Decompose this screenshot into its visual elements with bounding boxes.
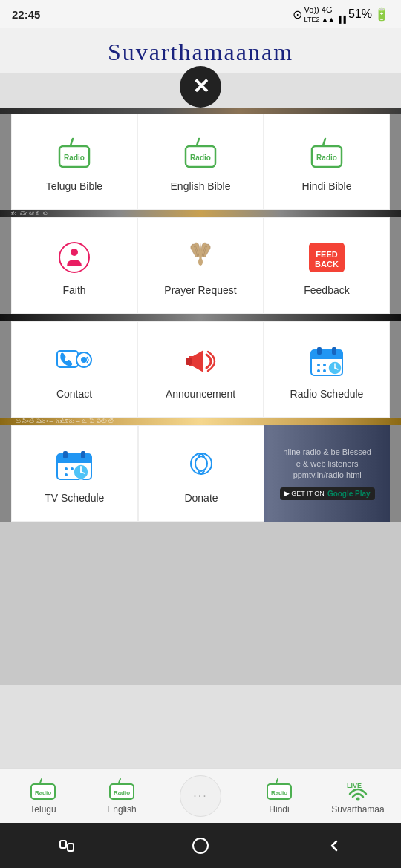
menu-item-hindi-bible[interactable]: Radio Hindi Bible [264,114,390,210]
nav-label-suvarthamaa: Suvarthamaa [331,804,384,815]
svg-point-17 [81,357,87,363]
status-bar: 22:45 ⊙ Vo)) 4GLTE2 ▲▲ ▐▐ 51% 🔋 [0,0,401,28]
menu-label-faith: Faith [62,284,85,296]
nav-radio-english: Radio [108,777,135,801]
menu-item-english-bible[interactable]: Radio English Bible [137,114,264,210]
svg-rect-35 [57,460,91,463]
bottom-area [0,522,401,685]
menu-item-feedback[interactable]: FEED BACK Feedback [264,217,390,314]
menu-label-contact: Contact [56,388,92,400]
tv-schedule-icon [55,446,94,484]
menu-label-telugu-bible: Telugu Bible [46,180,102,192]
nav-item-english[interactable]: Radio English [82,774,161,818]
donate-icon [182,446,221,484]
menu-item-radio-schedule[interactable]: Radio Schedule [264,321,390,418]
svg-point-10 [71,249,78,256]
nav-dots-icon: ··· [193,789,207,803]
recents-icon [58,837,76,855]
menu-item-donate[interactable]: Donate [138,425,265,522]
nav-item-hindi[interactable]: Radio Hindi [240,774,319,818]
svg-rect-57 [68,844,74,851]
svg-point-11 [198,258,203,266]
svg-point-38 [65,467,68,470]
time-display: 22:45 [12,8,40,21]
radio-icon-telugu: Radio [55,134,94,173]
signal-icon: Vo)) 4GLTE2 ▲▲ ▐▐ [304,5,346,23]
svg-text:LIVE: LIVE [347,782,362,789]
contact-icon [55,342,94,381]
close-button-wrapper: ✕ [0,73,401,108]
svg-point-24 [317,364,320,366]
nav-label-hindi: Hindi [269,804,289,815]
battery-icon: 51% [348,7,372,21]
menu-item-telugu-bible[interactable]: Radio Telugu Bible [11,114,137,210]
svg-rect-22 [317,347,322,355]
svg-point-39 [71,467,74,470]
svg-text:BACK: BACK [315,260,339,269]
radio-schedule-icon [307,342,346,381]
close-button[interactable]: ✕ [180,66,221,108]
svg-rect-36 [63,451,68,458]
wifi-icon: ⊙ [293,7,302,22]
menu-label-announcement: Announcement [166,388,235,400]
home-icon [192,837,209,855]
svg-rect-56 [60,841,66,848]
nav-label-english: English [107,804,136,815]
menu-label-radio-schedule: Radio Schedule [290,388,364,400]
svg-rect-23 [332,347,336,355]
radio-icon-english: Radio [181,134,220,173]
menu-label-tv-schedule: TV Schedule [45,492,104,504]
nav-radio-telugu: Radio [30,777,56,801]
nav-label-telugu: Telugu [30,804,56,815]
content-area: Radio Telugu Bible Radio English Bible [0,108,401,522]
svg-point-55 [356,798,360,801]
battery-indicator: 🔋 [374,7,389,22]
svg-point-25 [323,364,326,366]
svg-point-29 [323,369,326,372]
nav-more-button[interactable]: ··· [180,775,221,817]
menu-label-feedback: Feedback [304,284,349,296]
bottom-nav: Radio Telugu Radio English ··· Radio Hin… [0,768,401,823]
app-title: Suvarthamaanam [0,39,401,66]
close-icon: ✕ [192,76,209,97]
menu-item-prayer-request[interactable]: Prayer Request [137,217,264,314]
menu-item-faith[interactable]: Faith [11,217,137,314]
nav-center: ··· [161,775,240,817]
menu-label-donate: Donate [184,492,218,504]
svg-point-40 [65,473,68,476]
back-icon [325,837,343,855]
prayer-icon [181,238,220,277]
radio-icon-hindi: Radio [307,134,346,173]
svg-point-9 [59,243,89,272]
svg-text:FEED: FEED [316,250,337,259]
android-back-button[interactable] [312,831,356,861]
menu-label-prayer-request: Prayer Request [164,284,236,296]
svg-text:Radio: Radio [114,789,130,796]
faith-icon [55,238,94,277]
feedback-icon: FEED BACK [307,238,346,277]
svg-point-28 [317,369,320,372]
android-nav [0,823,401,868]
nav-radio-hindi: Radio [266,777,293,801]
menu-item-announcement[interactable]: Announcement [137,321,264,418]
menu-label-english-bible: English Bible [171,180,231,192]
svg-rect-18 [186,358,192,365]
android-recents-button[interactable] [45,831,89,861]
svg-rect-21 [311,356,342,359]
svg-text:Radio: Radio [271,789,287,796]
android-home-button[interactable] [178,831,223,861]
svg-text:Radio: Radio [35,789,51,796]
menu-label-hindi-bible: Hindi Bible [302,180,352,192]
svg-text:Radio: Radio [316,154,337,162]
menu-item-tv-schedule[interactable]: TV Schedule [11,425,138,522]
nav-item-telugu[interactable]: Radio Telugu [4,774,82,818]
svg-rect-37 [81,451,85,458]
nav-item-suvarthamaa[interactable]: LIVE Suvarthamaa [319,774,397,818]
status-icons: ⊙ Vo)) 4GLTE2 ▲▲ ▐▐ 51% 🔋 [293,5,389,23]
menu-item-contact[interactable]: Contact [11,321,137,418]
svg-text:Radio: Radio [64,154,85,162]
svg-text:Radio: Radio [190,154,211,162]
nav-wifi-live-icon: LIVE [344,777,372,801]
svg-point-58 [193,838,208,853]
announcement-icon [181,342,220,381]
